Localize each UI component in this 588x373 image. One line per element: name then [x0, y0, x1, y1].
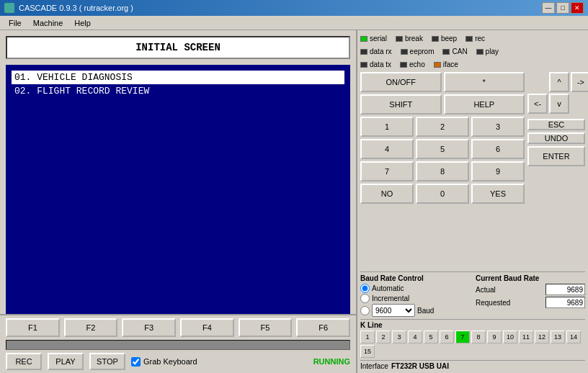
keypad-right: ^ -> <- v ESC UNDO ENTER: [527, 72, 585, 269]
status-rec: rec: [466, 35, 485, 42]
status-iface: iface: [434, 60, 458, 68]
no-button[interactable]: NO: [360, 184, 414, 204]
undo-button[interactable]: UNDO: [527, 132, 585, 144]
kline-title: K Line: [360, 321, 585, 329]
kline-btn-13[interactable]: 13: [551, 331, 565, 343]
kline-buttons: 123456789101112131415: [360, 331, 585, 358]
menu-file[interactable]: File: [3, 17, 27, 29]
radio-incremental-input[interactable]: [360, 294, 370, 303]
down-button[interactable]: v: [549, 94, 569, 114]
kline-btn-10[interactable]: 10: [503, 331, 517, 343]
radio-manual-input[interactable]: [360, 306, 370, 315]
kline-btn-12[interactable]: 12: [535, 331, 549, 343]
key-3[interactable]: 3: [471, 117, 525, 137]
f4-key[interactable]: F4: [180, 318, 234, 337]
shift-button[interactable]: SHIFT: [360, 94, 442, 114]
serial-led: [360, 36, 368, 42]
f3-key[interactable]: F3: [122, 318, 176, 337]
minimize-button[interactable]: —: [542, 2, 555, 14]
requested-label: Requested: [476, 299, 510, 307]
kline-btn-3[interactable]: 3: [392, 331, 406, 343]
f6-key[interactable]: F6: [296, 318, 350, 337]
kline-btn-6[interactable]: 6: [440, 331, 454, 343]
kline-btn-15[interactable]: 15: [360, 345, 375, 358]
key-5[interactable]: 5: [416, 139, 469, 159]
kline-section: K Line 123456789101112131415: [360, 319, 585, 358]
key-8[interactable]: 8: [416, 161, 469, 181]
echo-led: [400, 62, 407, 68]
esc-undo: ESC UNDO: [527, 119, 585, 144]
up-button[interactable]: ^: [549, 72, 569, 92]
kline-btn-8[interactable]: 8: [471, 331, 486, 343]
f2-key[interactable]: F2: [64, 318, 118, 337]
requested-baud-value[interactable]: [545, 297, 585, 308]
baud-select[interactable]: 9600 19200 38400 57600 115200: [372, 304, 415, 317]
menu-help[interactable]: Help: [68, 17, 97, 29]
menu-item-2[interactable]: 02. FLIGHT RECORD REVIEW: [12, 84, 344, 98]
nav-empty-2: [571, 94, 588, 114]
baud-section: Baud Rate Control Automatic Incremental …: [360, 271, 585, 317]
star-button[interactable]: *: [444, 72, 525, 92]
right-panel: serial break beep rec data rx: [357, 30, 588, 373]
window-controls: — □ ✕: [542, 2, 584, 14]
status-break: break: [396, 35, 423, 42]
rec-label: rec: [475, 35, 485, 42]
baud-title: Baud Rate Control: [360, 274, 470, 282]
play-button[interactable]: PLAY: [48, 353, 84, 370]
f1-key[interactable]: F1: [6, 318, 60, 337]
enter-button[interactable]: ENTER: [527, 146, 585, 166]
kline-btn-1[interactable]: 1: [360, 331, 375, 343]
actual-label: Actual: [476, 286, 496, 294]
esc-button[interactable]: ESC: [527, 119, 585, 130]
yes-button[interactable]: YES: [471, 184, 525, 204]
kline-btn-9[interactable]: 9: [487, 331, 502, 343]
menu-machine[interactable]: Machine: [27, 17, 69, 29]
onoff-button[interactable]: ON/OFF: [360, 72, 442, 92]
nav-cluster: ^ -> <- v: [527, 72, 585, 114]
key-9[interactable]: 9: [471, 161, 525, 181]
requested-baud-row: Requested: [476, 297, 585, 308]
key-2[interactable]: 2: [416, 117, 469, 137]
help-button[interactable]: HELP: [444, 94, 525, 114]
kline-btn-4[interactable]: 4: [408, 331, 422, 343]
keypad-left: ON/OFF * SHIFT HELP 1 2 3 4 5 6: [360, 72, 525, 269]
key-7[interactable]: 7: [360, 161, 414, 181]
stop-button[interactable]: STOP: [89, 353, 125, 370]
data-rx-led: [360, 49, 368, 55]
kline-btn-5[interactable]: 5: [424, 331, 438, 343]
play-label: play: [486, 48, 499, 55]
right-button[interactable]: ->: [571, 72, 588, 92]
status-echo: echo: [400, 60, 425, 68]
rec-led: [466, 36, 473, 42]
baud-right-title: Current Baud Rate: [476, 274, 585, 282]
incremental-label: Incremental: [372, 295, 409, 302]
radio-automatic-input[interactable]: [360, 284, 370, 293]
key-6[interactable]: 6: [471, 139, 525, 159]
actual-baud-value[interactable]: [545, 284, 585, 295]
data-tx-led: [360, 62, 368, 68]
echo-label: echo: [409, 60, 425, 68]
left-button[interactable]: <-: [527, 94, 548, 114]
maximize-button[interactable]: □: [556, 2, 569, 14]
key-1[interactable]: 1: [360, 117, 414, 137]
baud-select-row: 9600 19200 38400 57600 115200 Baud: [360, 304, 470, 317]
grab-keyboard-label[interactable]: Grab Keyboard: [131, 357, 197, 367]
main-container: INITIAL SCREEN 01. VEHICLE DIAGNOSIS 02.…: [0, 30, 588, 373]
title-bar: CASCADE 0.9.3 ( rutracker.org ) — □ ✕: [0, 0, 588, 16]
kline-btn-11[interactable]: 11: [519, 331, 533, 343]
menu-item-1[interactable]: 01. VEHICLE DIAGNOSIS: [12, 71, 344, 84]
serial-label: serial: [370, 35, 387, 42]
key-4[interactable]: 4: [360, 139, 414, 159]
kline-btn-2[interactable]: 2: [376, 331, 391, 343]
key-0[interactable]: 0: [416, 184, 469, 204]
interface-row: Interface FT232R USB UAI: [360, 360, 585, 370]
close-button[interactable]: ✕: [571, 2, 584, 14]
rec-button[interactable]: REC: [6, 353, 42, 370]
kline-btn-14[interactable]: 14: [566, 331, 581, 343]
kline-btn-7[interactable]: 7: [455, 331, 470, 343]
status-data-tx: data tx: [360, 60, 391, 68]
grab-keyboard-checkbox[interactable]: [131, 357, 141, 367]
f5-key[interactable]: F5: [239, 318, 293, 337]
numpad-row-4: NO 0 YES: [360, 184, 525, 204]
break-led: [396, 36, 403, 42]
